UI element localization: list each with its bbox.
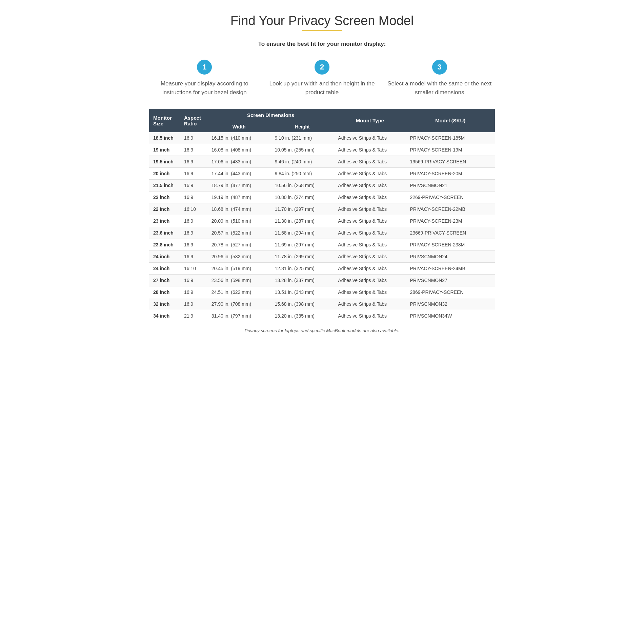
table-cell: Adhesive Strips & Tabs (334, 286, 406, 298)
table-cell: 16:9 (180, 156, 207, 168)
step-1-text: Measure your display according to instru… (149, 79, 260, 97)
col-header-width: Width (207, 121, 271, 132)
table-cell: Adhesive Strips & Tabs (334, 215, 406, 227)
table-cell: 11.69 in. (297 mm) (271, 239, 334, 251)
table-cell: 23.8 inch (149, 239, 180, 251)
table-row: 28 inch16:924.51 in. (622 mm)13.51 in. (… (149, 286, 495, 298)
table-cell: 22 inch (149, 203, 180, 215)
table-row: 23 inch16:920.09 in. (510 mm)11.30 in. (… (149, 215, 495, 227)
table-cell: Adhesive Strips & Tabs (334, 298, 406, 310)
table-cell: 31.40 in. (797 mm) (207, 310, 271, 322)
product-table: Monitor Size Aspect Ratio Screen Dimensi… (149, 109, 495, 322)
table-row: 23.8 inch16:920.78 in. (527 mm)11.69 in.… (149, 239, 495, 251)
col-header-model: Model (SKU) (406, 109, 495, 132)
table-cell: Adhesive Strips & Tabs (334, 168, 406, 180)
table-cell: PRIVACY-SCREEN-238M (406, 239, 495, 251)
table-cell: PRIVSCNMON32 (406, 298, 495, 310)
table-cell: 13.28 in. (337 mm) (271, 275, 334, 286)
table-cell: 20.45 in. (519 mm) (207, 263, 271, 275)
title-underline (302, 30, 342, 31)
footer-note: Privacy screens for laptops and specific… (149, 328, 495, 333)
col-header-mount: Mount Type (334, 109, 406, 132)
table-cell: 11.58 in. (294 mm) (271, 227, 334, 239)
table-cell: PRIVACY-SCREEN-23M (406, 215, 495, 227)
table-cell: 23.6 inch (149, 227, 180, 239)
table-cell: PRIVSCNMON34W (406, 310, 495, 322)
step-3: 3 Select a model with the same or the ne… (384, 60, 495, 97)
table-row: 19.5 inch16:917.06 in. (433 mm)9.46 in. … (149, 156, 495, 168)
table-cell: 16:10 (180, 203, 207, 215)
table-cell: 16:9 (180, 286, 207, 298)
table-cell: Adhesive Strips & Tabs (334, 310, 406, 322)
table-row: 22 inch16:1018.68 in. (474 mm)11.70 in. … (149, 203, 495, 215)
table-cell: 18.68 in. (474 mm) (207, 203, 271, 215)
table-cell: 21:9 (180, 310, 207, 322)
table-cell: PRIVACY-SCREEN-185M (406, 132, 495, 144)
table-cell: 17.44 in. (443 mm) (207, 168, 271, 180)
table-cell: 23 inch (149, 215, 180, 227)
table-cell: PRIVSCNMON27 (406, 275, 495, 286)
table-cell: 20 inch (149, 168, 180, 180)
table-row: 22 inch16:919.19 in. (487 mm)10.80 in. (… (149, 192, 495, 203)
table-row: 20 inch16:917.44 in. (443 mm)9.84 in. (2… (149, 168, 495, 180)
table-cell: 19.5 inch (149, 156, 180, 168)
table-cell: 16.08 in. (408 mm) (207, 144, 271, 156)
steps-row: 1 Measure your display according to inst… (149, 60, 495, 97)
table-cell: 24 inch (149, 251, 180, 263)
table-row: 24 inch16:1020.45 in. (519 mm)12.81 in. … (149, 263, 495, 275)
table-cell: 20.78 in. (527 mm) (207, 239, 271, 251)
table-cell: 11.70 in. (297 mm) (271, 203, 334, 215)
table-cell: 19.19 in. (487 mm) (207, 192, 271, 203)
table-cell: 18.79 in. (477 mm) (207, 180, 271, 192)
table-cell: 10.56 in. (268 mm) (271, 180, 334, 192)
table-cell: 21.5 inch (149, 180, 180, 192)
table-cell: Adhesive Strips & Tabs (334, 251, 406, 263)
table-cell: Adhesive Strips & Tabs (334, 239, 406, 251)
col-header-screen-dimensions: Screen Dimensions (207, 109, 334, 121)
table-cell: 22 inch (149, 192, 180, 203)
table-cell: 10.80 in. (274 mm) (271, 192, 334, 203)
step-3-circle: 3 (432, 60, 447, 75)
table-cell: 17.06 in. (433 mm) (207, 156, 271, 168)
table-cell: 2269-PRIVACY-SCREEN (406, 192, 495, 203)
table-cell: 13.51 in. (343 mm) (271, 286, 334, 298)
table-row: 18.5 inch16:916.15 in. (410 mm)9.10 in. … (149, 132, 495, 144)
table-cell: 28 inch (149, 286, 180, 298)
table-cell: 16:9 (180, 251, 207, 263)
table-cell: 9.46 in. (240 mm) (271, 156, 334, 168)
table-cell: 32 inch (149, 298, 180, 310)
table-cell: 18.5 inch (149, 132, 180, 144)
table-cell: PRIVSCNMON21 (406, 180, 495, 192)
step-1: 1 Measure your display according to inst… (149, 60, 260, 97)
table-cell: Adhesive Strips & Tabs (334, 275, 406, 286)
col-header-height: Height (271, 121, 334, 132)
table-cell: 15.68 in. (398 mm) (271, 298, 334, 310)
table-cell: 10.05 in. (255 mm) (271, 144, 334, 156)
table-cell: PRIVACY-SCREEN-24MB (406, 263, 495, 275)
table-cell: 19 inch (149, 144, 180, 156)
table-cell: 16:9 (180, 192, 207, 203)
table-cell: 16:9 (180, 239, 207, 251)
table-cell: 24.51 in. (622 mm) (207, 286, 271, 298)
table-row: 24 inch16:920.96 in. (532 mm)11.78 in. (… (149, 251, 495, 263)
table-cell: 12.81 in. (325 mm) (271, 263, 334, 275)
table-cell: 2869-PRIVACY-SCREEN (406, 286, 495, 298)
table-row: 32 inch16:927.90 in. (708 mm)15.68 in. (… (149, 298, 495, 310)
table-cell: 16.15 in. (410 mm) (207, 132, 271, 144)
col-header-monitor: Monitor Size (149, 109, 180, 132)
table-cell: 27.90 in. (708 mm) (207, 298, 271, 310)
table-cell: 16:9 (180, 215, 207, 227)
table-row: 34 inch21:931.40 in. (797 mm)13.20 in. (… (149, 310, 495, 322)
table-cell: Adhesive Strips & Tabs (334, 192, 406, 203)
step-3-text: Select a model with the same or the next… (384, 79, 495, 97)
step-1-circle: 1 (197, 60, 212, 75)
table-cell: 20.96 in. (532 mm) (207, 251, 271, 263)
table-cell: Adhesive Strips & Tabs (334, 263, 406, 275)
step-2-circle: 2 (315, 60, 329, 75)
table-cell: 9.84 in. (250 mm) (271, 168, 334, 180)
table-cell: Adhesive Strips & Tabs (334, 156, 406, 168)
table-cell: PRIVACY-SCREEN-19M (406, 144, 495, 156)
table-cell: 13.20 in. (335 mm) (271, 310, 334, 322)
table-cell: 16:10 (180, 263, 207, 275)
table-cell: 34 inch (149, 310, 180, 322)
